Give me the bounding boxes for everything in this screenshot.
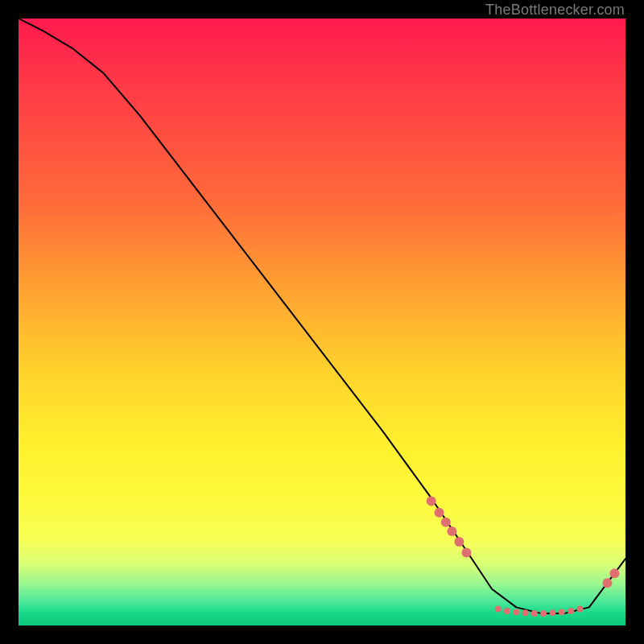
chart-marker <box>540 610 547 617</box>
chart-marker <box>609 568 619 578</box>
chart-marker <box>531 610 538 617</box>
chart-marker <box>550 609 556 616</box>
chart-line <box>19 19 625 613</box>
chart-marker <box>568 608 574 614</box>
chart-marker <box>577 606 584 613</box>
chart-marker <box>454 537 464 547</box>
chart-marker <box>427 496 436 506</box>
chart-marker <box>602 578 612 588</box>
chart-marker <box>504 608 510 614</box>
chart-marker <box>435 508 444 518</box>
chart-marker <box>441 518 451 527</box>
chart-marker <box>513 609 519 615</box>
chart-marker <box>495 606 502 613</box>
chart-svg <box>19 19 625 625</box>
chart-markers <box>427 496 620 617</box>
chart-marker <box>559 609 565 615</box>
chart-marker <box>522 609 529 616</box>
chart-frame <box>19 19 625 625</box>
chart-marker <box>447 526 456 536</box>
attribution-label: TheBottlenecker.com <box>485 2 625 19</box>
chart-marker <box>462 548 472 558</box>
